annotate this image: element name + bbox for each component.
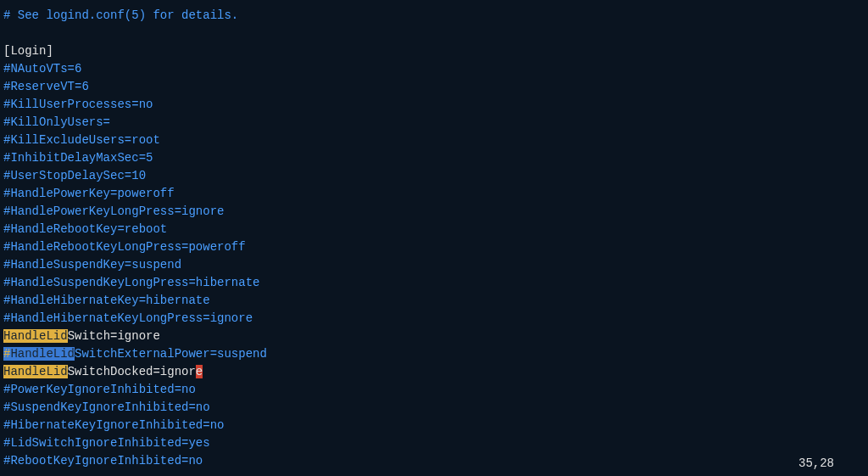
config-line[interactable]: HandleLidSwitch=ignore [3,328,868,345]
cursor: e [196,365,203,378]
config-line[interactable]: #HandlePowerKey=poweroff [3,185,868,203]
section-header: [Login] [3,44,53,58]
comment-text: #HandleSuspendKey=suspend [3,258,181,272]
config-text: SwitchDocked=ignor [68,365,196,378]
config-line[interactable]: #HandleRebootKey=reboot [3,221,868,238]
comment-text: #UserStopDelaySec=10 [3,169,146,182]
comment-text: #KillExcludeUsers=root [3,133,160,147]
config-line[interactable]: #KillUserProcesses=no [3,96,868,114]
config-line[interactable]: #KillOnlyUsers= [3,114,868,132]
comment-text: #KillOnlyUsers= [3,115,110,129]
comment-text: #NAutoVTs=6 [3,62,81,76]
config-line[interactable]: #UserStopDelaySec=10 [3,167,868,185]
config-line[interactable]: #PowerKeyIgnoreInhibited=no [3,381,868,399]
config-line[interactable]: #HandleLidSwitchExternalPower=suspend [3,345,868,363]
config-line[interactable]: #HandleHibernateKey=hibernate [3,292,868,310]
config-line[interactable]: #InhibitDelayMaxSec=5 [3,149,868,167]
config-line[interactable]: #NAutoVTs=6 [3,60,868,78]
comment-text: #InhibitDelayMaxSec=5 [3,151,153,165]
config-line[interactable] [3,25,868,42]
comment-text: #HandleHibernateKeyLongPress=ignore [3,311,253,325]
config-line[interactable]: #KillExcludeUsers=root [3,132,868,149]
comment-text: SwitchExternalPower=suspend [75,347,267,361]
cursor-position-status: 35,28 [798,455,834,473]
comment-text: #PowerKeyIgnoreInhibited=no [3,383,196,396]
config-line[interactable]: #HandleHibernateKeyLongPress=ignore [3,310,868,328]
search-highlight: HandleLid [3,329,68,343]
config-line[interactable]: # See logind.conf(5) for details. [3,7,868,25]
config-line[interactable]: #HandleSuspendKeyLongPress=hibernate [3,274,868,292]
comment-text: #HandleRebootKeyLongPress=poweroff [3,240,246,254]
config-line[interactable]: HandleLidSwitchDocked=ignore [3,363,868,381]
config-line[interactable]: #HandleSuspendKey=suspend [3,256,868,274]
search-highlight: HandleLid [3,365,68,378]
config-line[interactable]: #HandlePowerKeyLongPress=ignore [3,203,868,221]
comment-text: #HandlePowerKeyLongPress=ignore [3,204,224,218]
config-line[interactable]: #SuspendKeyIgnoreInhibited=no [3,399,868,417]
comment-text: #HandlePowerKey=poweroff [3,187,175,200]
config-line[interactable]: #LidSwitchIgnoreInhibited=yes [3,434,868,452]
config-line[interactable]: #HandleRebootKeyLongPress=poweroff [3,238,868,256]
comment-text: #ReserveVT=6 [3,80,89,93]
comment-text: #KillUserProcesses=no [3,98,153,111]
config-line[interactable]: [Login] [3,42,868,60]
config-text: Switch=ignore [68,329,160,343]
comment-text: #SuspendKeyIgnoreInhibited=no [3,400,210,414]
config-line[interactable]: #RebootKeyIgnoreInhibited=no [3,452,868,470]
config-line[interactable]: #ReserveVT=6 [3,78,868,96]
comment-text: #RebootKeyIgnoreInhibited=no [3,454,203,468]
config-line[interactable]: #HibernateKeyIgnoreInhibited=no [3,417,868,434]
comment-text: #HandleRebootKey=reboot [3,222,167,236]
comment-text: #HibernateKeyIgnoreInhibited=no [3,418,224,432]
comment-text: # See logind.conf(5) for details. [3,8,238,22]
comment-text: #LidSwitchIgnoreInhibited=yes [3,436,210,450]
comment-text: #HandleSuspendKeyLongPress=hibernate [3,276,259,289]
search-highlight: HandleLid [10,347,75,361]
comment-text: #HandleHibernateKey=hibernate [3,294,210,307]
